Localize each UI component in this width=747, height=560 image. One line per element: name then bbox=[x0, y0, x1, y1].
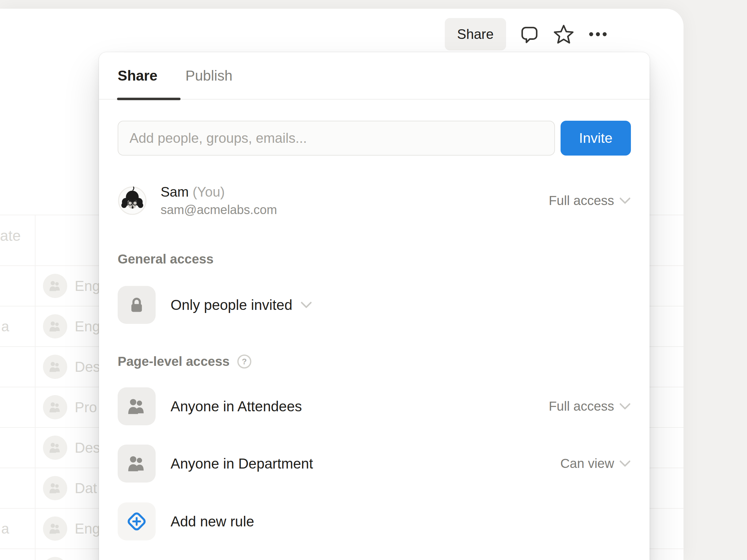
user-avatar bbox=[118, 186, 147, 215]
add-rule-diamond-icon bbox=[118, 502, 156, 540]
table-cell-fragment: a bbox=[1, 520, 9, 537]
owner-meta: Sam (You) sam@acmelabs.com bbox=[161, 184, 277, 217]
comment-icon[interactable] bbox=[518, 23, 540, 45]
owner-access-dropdown[interactable]: Full access bbox=[549, 193, 631, 208]
table-cell-text: Eng bbox=[75, 318, 100, 335]
chevron-down-icon bbox=[619, 196, 631, 205]
table-cell-text: Des bbox=[75, 358, 100, 375]
table-header-label: ate bbox=[0, 227, 21, 244]
general-access-heading: General access bbox=[118, 252, 631, 267]
people-avatar-icon bbox=[43, 314, 67, 339]
rule-label: Anyone in Attendees bbox=[171, 398, 302, 415]
group-people-icon bbox=[118, 445, 156, 483]
general-access-value: Only people invited bbox=[171, 296, 292, 313]
owner-access-value: Full access bbox=[549, 193, 614, 208]
svg-text:?: ? bbox=[242, 357, 247, 366]
dialog-tabbar: Share Publish bbox=[99, 52, 650, 100]
table-cell-text: Dat bbox=[75, 480, 97, 497]
invite-row: Invite bbox=[118, 121, 631, 156]
rule-access-dropdown[interactable]: Full access bbox=[549, 399, 631, 414]
toolbar: Share bbox=[445, 12, 609, 56]
share-button[interactable]: Share bbox=[445, 18, 506, 50]
people-avatar-icon bbox=[43, 516, 67, 541]
page-level-access-heading: Page-level access ? bbox=[118, 354, 631, 369]
page-level-access-heading-text: Page-level access bbox=[118, 354, 230, 369]
chevron-down-icon bbox=[619, 459, 631, 468]
owner-row: Sam (You) sam@acmelabs.com Full access bbox=[118, 184, 631, 217]
table-cell-text: Eng bbox=[75, 277, 100, 294]
rule-access-value: Full access bbox=[549, 399, 614, 414]
lock-icon bbox=[118, 286, 156, 324]
people-avatar-icon bbox=[43, 435, 67, 460]
tab-share[interactable]: Share bbox=[118, 52, 157, 99]
people-avatar-icon bbox=[43, 274, 67, 298]
general-access-dropdown[interactable]: Only people invited bbox=[156, 296, 312, 313]
table-cell-text: Pro bbox=[75, 399, 97, 416]
more-options-icon[interactable] bbox=[587, 23, 609, 45]
people-avatar-icon bbox=[43, 395, 67, 419]
add-rule-label: Add new rule bbox=[171, 513, 254, 530]
add-people-input[interactable] bbox=[118, 121, 555, 156]
owner-name: Sam (You) bbox=[161, 184, 277, 200]
share-dialog: Share Publish Invite Sam (You) sam@acmel… bbox=[99, 52, 650, 560]
owner-email: sam@acmelabs.com bbox=[161, 203, 277, 217]
people-avatar-icon bbox=[43, 557, 67, 560]
favorite-star-icon[interactable] bbox=[553, 23, 574, 45]
chevron-down-icon bbox=[300, 301, 312, 309]
people-avatar-icon bbox=[43, 476, 67, 500]
people-avatar-icon bbox=[43, 355, 67, 379]
rule-access-dropdown[interactable]: Can view bbox=[560, 456, 631, 471]
rule-access-value: Can view bbox=[560, 456, 614, 471]
page-rule-row: Anyone in Attendees Full access bbox=[118, 387, 631, 425]
add-new-rule-button[interactable]: Add new rule bbox=[118, 502, 631, 540]
tab-publish[interactable]: Publish bbox=[185, 52, 232, 99]
table-cell-text: Eng bbox=[75, 520, 100, 537]
chevron-down-icon bbox=[619, 402, 631, 410]
owner-you-suffix: (You) bbox=[189, 184, 225, 199]
table-cell-text: Des bbox=[75, 439, 100, 456]
general-access-row: Only people invited bbox=[118, 286, 631, 324]
table-cell-fragment: a bbox=[1, 318, 9, 335]
general-access-heading-text: General access bbox=[118, 252, 213, 267]
page-rule-row: Anyone in Department Can view bbox=[118, 445, 631, 483]
invite-button[interactable]: Invite bbox=[561, 121, 631, 156]
rule-label: Anyone in Department bbox=[171, 455, 313, 472]
group-people-icon bbox=[118, 387, 156, 425]
help-icon[interactable]: ? bbox=[236, 354, 252, 369]
